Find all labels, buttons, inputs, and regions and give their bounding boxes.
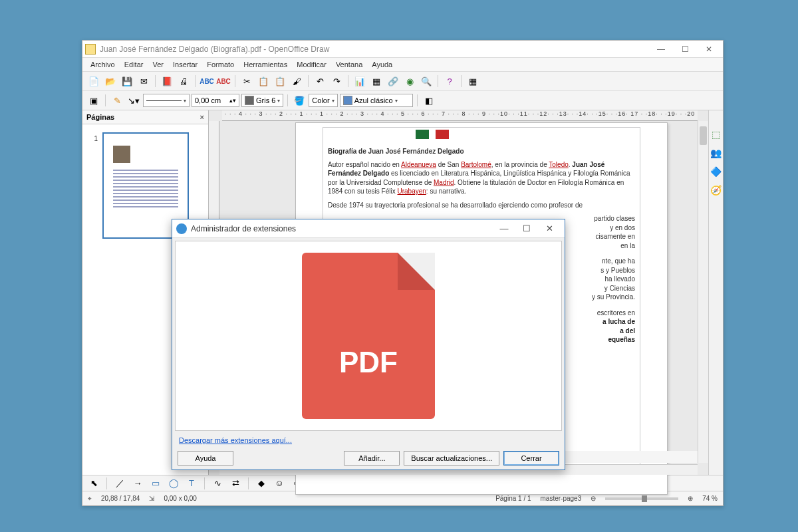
maximize-button[interactable]: ☐ <box>674 43 696 56</box>
menu-ventana[interactable]: Ventana <box>332 59 366 70</box>
status-size-icon: ⇲ <box>149 495 154 502</box>
line-color-combo[interactable]: Gris 6 ▾ <box>241 94 283 107</box>
separator <box>105 94 106 106</box>
line-icon[interactable]: ／ <box>112 476 127 491</box>
mail-icon[interactable]: ✉ <box>136 74 151 88</box>
dialog-body: PDF <box>175 241 562 431</box>
fill-color-combo[interactable]: Azul clásico ▾ <box>340 94 413 107</box>
ruler-horizontal: · · · 4 · · · 3 · · · 2 · · · 1 · · · 1 … <box>222 110 698 121</box>
paste-icon[interactable]: 📋 <box>273 74 287 88</box>
download-extensions-link[interactable]: Descargar más extensiones aquí... <box>172 434 565 447</box>
styles-icon[interactable]: 👥 <box>710 148 722 160</box>
ellipse-icon[interactable]: ◯ <box>166 476 181 491</box>
menubar: Archivo Editar Ver Insertar Formato Herr… <box>82 58 723 71</box>
zoom-value: 74 % <box>702 495 718 502</box>
chart-icon[interactable]: 📊 <box>352 74 367 88</box>
dialog-minimize-button[interactable]: — <box>493 221 515 236</box>
compass-icon[interactable]: 🧭 <box>710 185 722 197</box>
window-tile-icon[interactable]: ▣ <box>86 93 101 108</box>
dialog-close-button[interactable]: ✕ <box>538 221 561 236</box>
menu-modificar[interactable]: Modificar <box>293 59 331 70</box>
menu-ayuda[interactable]: Ayuda <box>368 59 396 70</box>
zoom-icon[interactable]: 🔍 <box>419 74 434 88</box>
highlight-icon[interactable]: ✎ <box>110 93 124 108</box>
undo-icon[interactable]: ↶ <box>313 74 327 88</box>
grid-icon[interactable]: ▦ <box>466 74 480 88</box>
open-icon[interactable]: 📂 <box>103 74 118 88</box>
fill-type-combo[interactable]: Color ▾ <box>309 94 337 107</box>
zoom-in-icon[interactable]: ⊕ <box>688 495 693 502</box>
line-width-value: 0,00 cm <box>195 96 221 104</box>
extension-manager-dialog: Administrador de extensiones — ☐ ✕ PDF D… <box>172 219 565 470</box>
menu-insertar[interactable]: Insertar <box>169 59 201 70</box>
status-pos-icon: ⌖ <box>88 495 92 503</box>
zoom-slider[interactable] <box>605 497 678 500</box>
help-button[interactable]: Ayuda <box>178 451 233 466</box>
line-style-combo[interactable]: ▾ <box>143 94 190 107</box>
arrow-dd-icon[interactable]: ↘▾ <box>126 93 141 108</box>
pdf-label: PDF <box>302 346 435 379</box>
symbolshapes-icon[interactable]: ☺ <box>272 476 287 491</box>
menu-archivo[interactable]: Archivo <box>86 59 119 70</box>
doc-paragraph-1: Autor español nacido en Aldeanueva de Sa… <box>328 160 635 196</box>
cut-icon[interactable]: ✂ <box>239 74 254 88</box>
toolbar-formatting: ▣ ✎ ↘▾ ▾ 0,00 cm ▴▾ Gris 6 ▾ 🪣 Color ▾ A… <box>82 90 723 110</box>
hyperlink-icon[interactable]: 🔗 <box>386 74 400 88</box>
navigator2-icon[interactable]: 🔷 <box>710 166 722 178</box>
table-icon[interactable]: ▦ <box>369 74 384 88</box>
close-panel-icon[interactable]: × <box>200 113 204 121</box>
arrowline-icon[interactable]: → <box>130 476 145 491</box>
basicshapes-icon[interactable]: ◆ <box>254 476 269 491</box>
new-icon[interactable]: 📄 <box>86 74 101 88</box>
rect-icon[interactable]: ▭ <box>148 476 163 491</box>
vertical-scrollbar[interactable] <box>698 121 708 463</box>
gallery-icon[interactable]: ⬚ <box>710 129 722 141</box>
save-icon[interactable]: 💾 <box>120 74 134 88</box>
fill-swatch-icon <box>343 96 352 105</box>
check-updates-button[interactable]: Buscar actualizaciones... <box>404 451 499 466</box>
page-thumb-number: 1 <box>94 135 98 142</box>
fill-color-label: Azul clásico <box>354 96 393 104</box>
navigator-icon[interactable]: ◉ <box>402 74 417 88</box>
copy-icon[interactable]: 📋 <box>256 74 271 88</box>
separator <box>235 75 235 87</box>
shadow-icon[interactable]: ◧ <box>422 93 436 108</box>
menu-ver[interactable]: Ver <box>148 59 168 70</box>
titlebar: Juan José Fernández Delgado (Biografía).… <box>82 41 723 58</box>
pdf-export-icon[interactable]: 📕 <box>160 74 174 88</box>
brush-icon[interactable]: 🖌 <box>289 74 304 88</box>
close-dialog-button[interactable]: Cerrar <box>503 451 559 466</box>
separator <box>438 75 438 87</box>
toolbar-standard: 📄 📂 💾 ✉ 📕 🖨 ABC ABC ✂ 📋 📋 🖌 ↶ ↷ 📊 ▦ 🔗 ◉ … <box>82 71 723 90</box>
connector-icon[interactable]: ⇄ <box>228 476 243 491</box>
scroll-thumb[interactable] <box>700 126 707 145</box>
curve-icon[interactable]: ∿ <box>210 476 225 491</box>
close-button[interactable]: ✕ <box>698 43 720 56</box>
text-icon[interactable]: T <box>184 476 199 491</box>
line-color-label: Gris 6 <box>256 96 275 104</box>
print-icon[interactable]: 🖨 <box>176 74 191 88</box>
status-position: 20,88 / 17,84 <box>101 495 140 502</box>
line-width-combo[interactable]: 0,00 cm ▴▾ <box>192 94 239 107</box>
help-icon[interactable]: ? <box>442 74 457 88</box>
minimize-button[interactable]: — <box>650 43 672 56</box>
spellcheck-icon[interactable]: ABC <box>216 74 231 88</box>
doc-heading: Biografía de Juan José Fernández Delgado <box>328 147 635 156</box>
bucket-icon[interactable]: 🪣 <box>292 93 307 108</box>
add-button[interactable]: Añadir... <box>344 451 400 466</box>
spellcheck-on-icon[interactable]: ABC <box>200 74 214 88</box>
thumb-photo <box>113 146 130 163</box>
separator <box>287 94 288 106</box>
menu-herramientas[interactable]: Herramientas <box>239 59 291 70</box>
dialog-maximize-button[interactable]: ☐ <box>515 221 538 236</box>
window-controls: — ☐ ✕ <box>650 43 720 56</box>
menu-formato[interactable]: Formato <box>203 59 238 70</box>
menu-editar[interactable]: Editar <box>120 59 148 70</box>
status-size: 0,00 x 0,00 <box>164 495 196 502</box>
separator <box>348 75 348 87</box>
window-title: Juan José Fernández Delgado (Biografía).… <box>100 45 650 54</box>
redo-icon[interactable]: ↷ <box>329 74 344 88</box>
select-icon[interactable]: ⬉ <box>86 476 101 491</box>
separator <box>461 75 462 87</box>
zoom-out-icon[interactable]: ⊖ <box>591 495 596 502</box>
